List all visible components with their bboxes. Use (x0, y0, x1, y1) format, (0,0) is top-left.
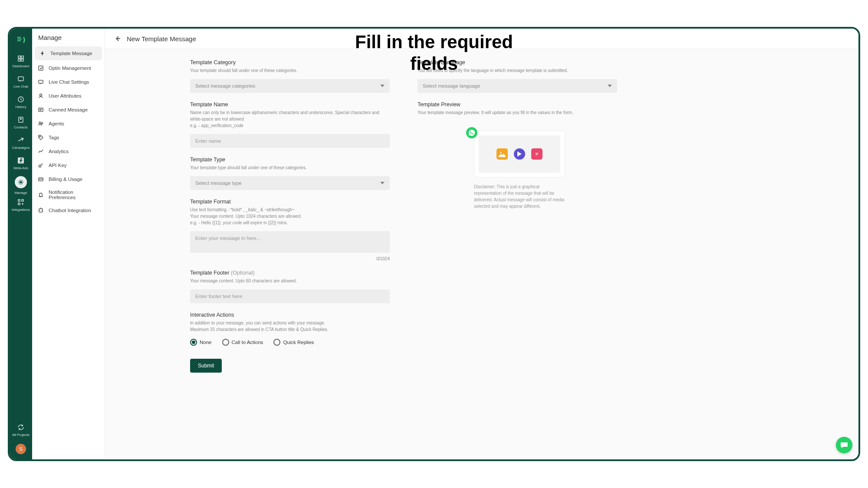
overlay-instruction-title: Fill in the required fields (355, 31, 513, 75)
gear-icon (17, 178, 25, 186)
rail-item-integrations[interactable]: Integrations (10, 195, 32, 215)
sidebar-item-optin-management[interactable]: Optin Management (32, 61, 105, 75)
rail-item-live-chat[interactable]: Live Chat (10, 72, 32, 92)
category-select[interactable]: Select message categories (190, 79, 390, 93)
history-icon (17, 95, 25, 103)
field-help: In addition to your message, you can sen… (190, 320, 390, 333)
preview-disclaimer: Disclaimer: This is just a graphical rep… (474, 183, 565, 210)
left-rail: Dashboard Live Chat History Contacts Cam… (10, 29, 32, 459)
checkbox-icon (37, 65, 44, 72)
name-input[interactable] (190, 134, 390, 148)
campaigns-icon (17, 136, 25, 144)
rail-item-dashboard[interactable]: Dashboard (10, 51, 32, 72)
rail-item-history[interactable]: History (10, 92, 32, 112)
svg-point-17 (39, 122, 41, 124)
svg-rect-14 (39, 80, 43, 83)
chat-fab-button[interactable] (836, 437, 852, 453)
sidebar-item-label: Live Chat Settings (49, 79, 89, 85)
sidebar-item-api-key[interactable]: API Key (32, 158, 105, 172)
sidebar-item-analytics[interactable]: Analytics (32, 144, 105, 158)
sidebar-item-label: Analytics (49, 149, 69, 154)
rail-item-all-projects[interactable]: All Projects (10, 420, 32, 440)
svg-rect-10 (18, 200, 20, 201)
sidebar-item-agents[interactable]: Agents (32, 117, 105, 131)
type-select[interactable]: Select message type (190, 176, 390, 190)
rail-item-meta-ads[interactable]: Meta Ads (10, 153, 32, 174)
svg-rect-0 (18, 56, 20, 58)
chevron-down-icon (608, 85, 612, 87)
whatsapp-icon (466, 127, 477, 138)
app-logo-icon (15, 34, 27, 46)
sidebar-item-label: Template Message (50, 51, 92, 56)
svg-point-15 (40, 94, 42, 96)
field-label: Interactive Actions (190, 312, 390, 318)
sidebar-item-billing-usage[interactable]: Billing & Usage (32, 172, 105, 186)
integrations-icon (17, 198, 25, 206)
main-area: New Template Message Template Category Y… (105, 29, 858, 459)
sidebar-item-canned-message[interactable]: Canned Message (32, 103, 105, 117)
radio-group: None Call to Actions Quick Replies (190, 339, 390, 346)
submit-button[interactable]: Submit (190, 359, 222, 373)
radio-call-to-actions[interactable]: Call to Actions (222, 339, 263, 346)
field-template-type: Template Type Your template type should … (190, 157, 390, 190)
sidebar-item-label: Tags (49, 135, 59, 140)
format-textarea[interactable] (190, 231, 390, 253)
language-select[interactable]: Select message language (418, 79, 617, 93)
svg-rect-1 (21, 56, 23, 58)
user-avatar[interactable]: S (16, 444, 26, 454)
radio-none[interactable]: None (190, 339, 212, 346)
footer-input[interactable] (190, 289, 390, 303)
svg-rect-22 (39, 209, 43, 212)
preview-card: Disclaimer: This is just a graphical rep… (470, 131, 565, 210)
rail-item-manage[interactable] (15, 176, 27, 188)
bell-icon (37, 191, 44, 198)
sidebar-item-chatbot-integration[interactable]: Chatbot Integration (32, 203, 105, 217)
svg-point-7 (20, 118, 22, 120)
manage-sidebar: Manage Template Message Optin Management… (32, 29, 105, 459)
sidebar-item-live-chat-settings[interactable]: Live Chat Settings (32, 75, 105, 89)
sidebar-item-label: User Attributes (49, 93, 81, 98)
analytics-icon (37, 148, 44, 155)
radio-quick-replies[interactable]: Quick Replies (273, 339, 314, 346)
sidebar-item-tags[interactable]: Tags (32, 131, 105, 144)
image-icon (496, 148, 508, 160)
app-frame: Dashboard Live Chat History Contacts Cam… (8, 27, 860, 461)
svg-point-24 (500, 152, 502, 154)
document-icon (531, 148, 542, 160)
facebook-icon (17, 157, 25, 164)
field-help: Name can only be in lowercase alphanumer… (190, 109, 390, 129)
chevron-down-icon (380, 182, 385, 184)
svg-point-9 (20, 181, 22, 183)
canned-icon (37, 106, 44, 113)
radio-icon (190, 339, 197, 346)
field-help: Your template type should fall under one… (190, 164, 390, 171)
billing-icon (37, 176, 44, 183)
field-interactive-actions: Interactive Actions In addition to your … (190, 312, 390, 346)
svg-point-18 (42, 123, 43, 124)
template-preview-section: Template Preview Your template message p… (418, 102, 617, 210)
sidebar-item-label: Chatbot Integration (49, 208, 91, 213)
svg-rect-13 (39, 66, 43, 70)
svg-rect-3 (21, 59, 23, 61)
svg-point-20 (39, 165, 41, 167)
char-count: 0/1024 (190, 256, 390, 261)
user-icon (37, 92, 44, 99)
svg-rect-16 (39, 108, 43, 111)
field-label: Template Format (190, 199, 390, 205)
contacts-icon (17, 116, 25, 124)
rail-item-campaigns[interactable]: Campaigns (10, 133, 32, 153)
sidebar-item-user-attributes[interactable]: User Attributes (32, 89, 105, 103)
agents-icon (37, 120, 44, 127)
sidebar-item-template-message[interactable]: Template Message (35, 46, 102, 60)
field-label: Template Footer (Optional) (190, 270, 390, 276)
rail-item-contacts[interactable]: Contacts (10, 112, 32, 133)
radio-icon (222, 339, 229, 346)
chatbot-icon (37, 207, 44, 214)
back-arrow-icon[interactable] (114, 35, 122, 43)
field-help: Your message content. Upto 60 characters… (190, 278, 390, 284)
chevron-down-icon (380, 85, 385, 87)
sidebar-item-notification-preferences[interactable]: Notification Preferences (32, 186, 105, 203)
key-icon (37, 162, 44, 169)
sidebar-item-label: Optin Management (49, 66, 91, 71)
sidebar-item-label: Canned Message (49, 107, 88, 112)
